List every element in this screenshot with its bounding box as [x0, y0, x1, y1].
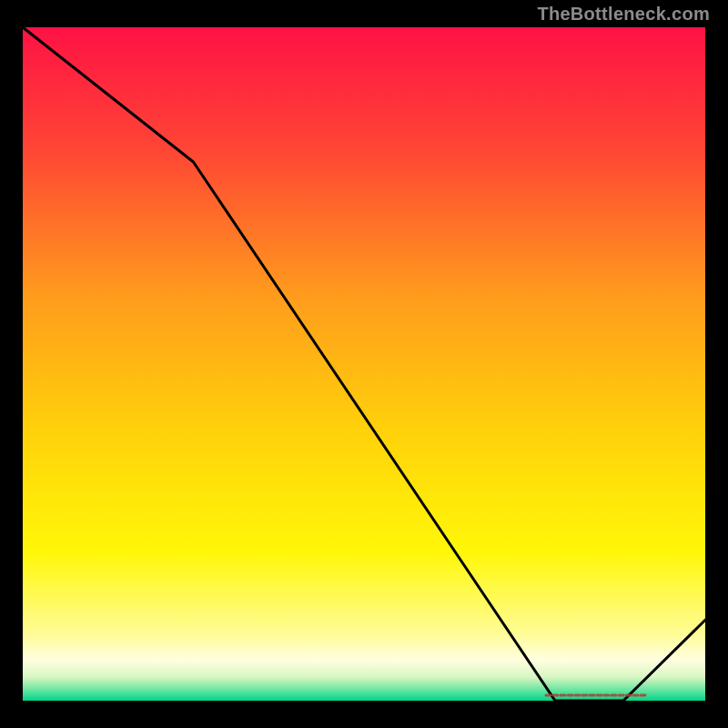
plot-background	[23, 27, 705, 701]
chart-container: TheBottleneck.com	[0, 0, 728, 728]
watermark-text: TheBottleneck.com	[537, 4, 710, 25]
bottleneck-chart	[0, 0, 728, 728]
